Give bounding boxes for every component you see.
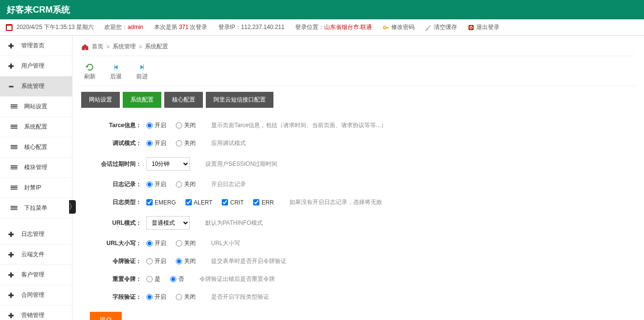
checkbox-label: EMERG [155, 199, 176, 206]
refresh-button[interactable]: 刷新 [84, 63, 96, 81]
radio-log-on[interactable]: 开启 [146, 180, 166, 189]
change-password-link[interactable]: 修改密码 [383, 23, 415, 31]
radio-token-on[interactable]: 开启 [146, 257, 166, 265]
checkbox-err[interactable]: ERR [253, 199, 273, 206]
radio-label: 开启 [155, 293, 166, 301]
select-urlmode[interactable]: 普通模式 [146, 216, 190, 230]
home-icon [81, 43, 89, 51]
sidebar-item-3[interactable]: 网站设置 [0, 97, 72, 117]
row-control: 开启关闭提交表单时是否开启令牌验证 [146, 257, 286, 265]
row-desc: 令牌验证出错后是否重置令牌 [200, 275, 275, 283]
sidebar-item-label: 系统配置 [24, 123, 47, 131]
tab-1[interactable]: 系统配置 [123, 92, 161, 108]
radio-reset_token-no[interactable]: 否 [170, 275, 184, 283]
radio-log-off[interactable]: 关闭 [176, 180, 196, 189]
clear-cache-link[interactable]: 清空缓存 [425, 23, 457, 31]
radio-label: 开启 [155, 257, 166, 265]
row-control: EMERGALERTCRITERR如果没有开启日志记录，选择将无效 [146, 198, 382, 206]
sidebar-item-9[interactable]: ✚日志管理 [0, 224, 72, 245]
radio-input[interactable] [176, 294, 182, 300]
radio-input[interactable] [176, 122, 182, 129]
radio-field-on[interactable]: 开启 [146, 293, 166, 301]
radio-input[interactable] [146, 140, 153, 146]
refresh-icon [86, 63, 94, 72]
sidebar-item-label: 网站设置 [24, 102, 47, 111]
login-ip: 登录IP：112.237.140.211 [218, 23, 285, 31]
radio-label: 开启 [155, 180, 166, 189]
select-session[interactable]: 10分钟 [146, 157, 190, 171]
row-urlcase: URL大小写：开启关闭URL大小写 [81, 234, 635, 252]
radio-input[interactable] [146, 240, 153, 247]
sidebar-item-6[interactable]: 模块管理 [0, 158, 72, 178]
radio-trace-off[interactable]: 关闭 [176, 121, 196, 130]
plus-icon: ✚ [8, 43, 14, 49]
sidebar-item-10[interactable]: ✚云端文件 [0, 245, 72, 265]
radio-urlcase-on[interactable]: 开启 [146, 239, 166, 247]
radio-reset_token-yes[interactable]: 是 [146, 275, 160, 283]
sidebar-item-8[interactable]: 下拉菜单 [0, 198, 72, 218]
radio-label: 开启 [155, 139, 166, 147]
sidebar-item-0[interactable]: ✚管理首页 [0, 36, 72, 56]
row-control: 10分钟设置用户SESSION过期时间 [146, 157, 277, 171]
row-desc: 应用调试模式 [211, 139, 246, 147]
radio-trace-on[interactable]: 开启 [146, 121, 166, 130]
radio-urlcase-off[interactable]: 关闭 [176, 239, 196, 247]
sidebar-item-5[interactable]: 核心配置 [0, 137, 72, 158]
radio-label: 关闭 [184, 293, 196, 301]
breadcrumb-l1[interactable]: 系统管理 [113, 43, 136, 51]
list-icon [11, 125, 17, 130]
checkbox-input[interactable] [253, 199, 259, 205]
forward-button[interactable]: 前进 [136, 63, 148, 81]
sidebar-item-1[interactable]: ✚用户管理 [0, 56, 72, 76]
row-reset_token: 重置令牌：是否令牌验证出错后是否重置令牌 [81, 270, 635, 288]
list-icon [11, 104, 17, 109]
sidebar-collapse-handle[interactable]: 〉 [69, 200, 76, 214]
radio-debug-off[interactable]: 关闭 [176, 139, 196, 147]
sidebar-item-13[interactable]: ✚营销管理 [0, 305, 72, 320]
radio-input[interactable] [146, 294, 153, 300]
row-desc: 显示页面Tarce信息，包括（请求时间、当前页面、请求协议等等...） [211, 121, 386, 130]
breadcrumb-home[interactable]: 首页 [92, 43, 103, 51]
back-button[interactable]: 后退 [110, 63, 122, 81]
submit-button[interactable]: 提交 [90, 312, 122, 320]
row-label: URL模式： [81, 219, 146, 227]
tab-3[interactable]: 阿里云短信接口配置 [206, 92, 273, 108]
sidebar-item-11[interactable]: ✚客户管理 [0, 265, 72, 285]
tab-2[interactable]: 核心配置 [164, 92, 203, 108]
sidebar-item-2[interactable]: ━系统管理 [0, 76, 72, 97]
radio-token-off[interactable]: 关闭 [176, 257, 196, 265]
logout-link[interactable]: 退出登录 [468, 23, 500, 31]
row-control: 开启关闭显示页面Tarce信息，包括（请求时间、当前页面、请求协议等等...） [146, 121, 386, 130]
radio-field-off[interactable]: 关闭 [176, 293, 196, 301]
radio-input[interactable] [170, 276, 176, 282]
checkbox-crit[interactable]: CRIT [222, 199, 243, 206]
login-location: 登录位置：山东省烟台市.联通 [295, 23, 372, 31]
radio-input[interactable] [146, 181, 153, 188]
broom-icon [425, 24, 432, 31]
sidebar-item-12[interactable]: ✚合同管理 [0, 285, 72, 305]
radio-input[interactable] [176, 240, 182, 247]
checkbox-alert[interactable]: ALERT [186, 199, 212, 206]
radio-input[interactable] [176, 181, 182, 188]
radio-input[interactable] [176, 140, 182, 146]
row-session: 会话过期时间：10分钟设置用户SESSION过期时间 [81, 152, 635, 175]
row-control: 普通模式默认为PATHINFO模式 [146, 216, 263, 230]
radio-input[interactable] [146, 122, 153, 129]
sidebar-item-label: 营销管理 [21, 311, 44, 320]
radio-input[interactable] [146, 258, 153, 264]
checkbox-input[interactable] [186, 199, 192, 205]
radio-debug-on[interactable]: 开启 [146, 139, 166, 147]
row-label: 令牌验证： [81, 257, 146, 265]
checkbox-input[interactable] [222, 199, 228, 205]
radio-input[interactable] [176, 258, 182, 264]
sidebar-item-label: 核心配置 [24, 143, 47, 151]
sidebar-item-label: 用户管理 [21, 62, 44, 70]
sidebar-item-label: 合同管理 [21, 291, 44, 299]
row-token: 令牌验证：开启关闭提交表单时是否开启令牌验证 [81, 252, 635, 270]
sidebar-item-4[interactable]: 系统配置 [0, 117, 72, 137]
checkbox-input[interactable] [146, 199, 153, 205]
checkbox-emerg[interactable]: EMERG [146, 199, 176, 206]
sidebar-item-7[interactable]: 封禁IP [0, 178, 72, 198]
radio-input[interactable] [146, 276, 153, 282]
tab-0[interactable]: 网站设置 [81, 92, 120, 108]
